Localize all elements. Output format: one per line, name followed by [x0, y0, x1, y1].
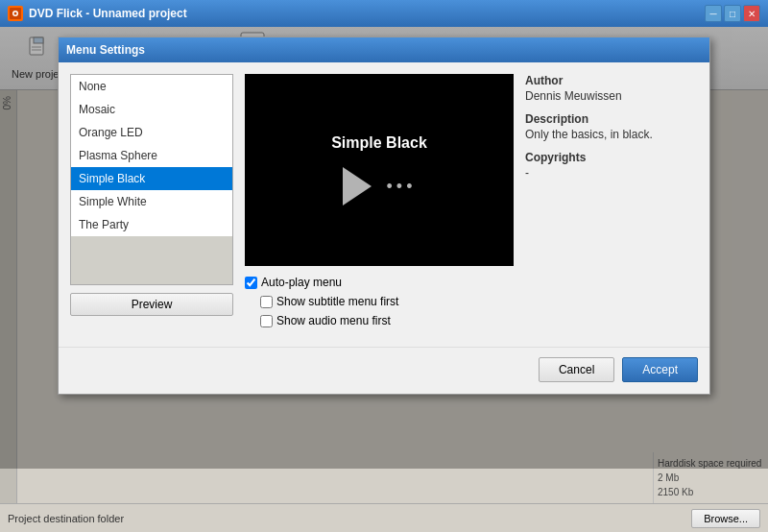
menu-item-mosaic[interactable]: Mosaic [71, 98, 232, 121]
play-icon[interactable] [343, 167, 372, 206]
preview-controls: ••• [343, 167, 417, 206]
audio-menu-label: Show audio menu first [276, 314, 391, 327]
dialog-title: Menu Settings [66, 43, 145, 57]
menu-item-none[interactable]: None [71, 75, 232, 98]
harddisk-kb: 2150 Kb [658, 485, 764, 499]
subtitle-menu-input[interactable] [260, 296, 273, 308]
menu-item-plasma-sphere[interactable]: Plasma Sphere [71, 144, 232, 167]
audio-menu-checkbox[interactable]: Show audio menu first [260, 314, 514, 327]
author-value: Dennis Meuwissen [525, 89, 698, 103]
menu-item-simple-white[interactable]: Simple White [71, 190, 232, 213]
svg-point-2 [14, 12, 17, 15]
minimize-button[interactable]: ─ [705, 5, 722, 22]
auto-play-checkbox[interactable]: Auto-play menu [245, 276, 514, 289]
menu-item-simple-black[interactable]: Simple Black [71, 167, 232, 190]
description-value: Only the basics, in black. [525, 128, 698, 141]
menu-item-the-party[interactable]: The Party [71, 213, 232, 236]
dialog-overlay: Menu Settings None Mosaic Orange LED Pla… [0, 27, 768, 469]
copyrights-value: - [525, 166, 698, 180]
menu-settings-dialog: Menu Settings None Mosaic Orange LED Pla… [58, 36, 710, 395]
auto-play-input[interactable] [245, 277, 257, 289]
cancel-button[interactable]: Cancel [539, 357, 614, 382]
audio-menu-input[interactable] [260, 315, 273, 327]
copyrights-label: Copyrights [525, 151, 698, 164]
close-button[interactable]: ✕ [743, 5, 760, 22]
accept-button[interactable]: Accept [622, 357, 698, 382]
subtitle-menu-checkbox[interactable]: Show subtitle menu first [260, 295, 514, 308]
auto-play-label: Auto-play menu [261, 276, 342, 289]
info-panel: Author Dennis Meuwissen Description Only… [525, 74, 698, 331]
author-label: Author [525, 74, 698, 87]
preview-box: Simple Black ••• [245, 74, 514, 266]
title-bar: DVD Flick - Unnamed project ─ □ ✕ [0, 0, 768, 27]
menu-list: None Mosaic Orange LED Plasma Sphere Sim… [70, 74, 233, 285]
browse-button[interactable]: Browse... [691, 509, 760, 528]
app-icon [8, 6, 23, 21]
preview-button[interactable]: Preview [70, 293, 233, 316]
title-bar-left: DVD Flick - Unnamed project [8, 6, 187, 21]
menu-item-orange-led[interactable]: Orange LED [71, 121, 232, 144]
project-destination-label: Project destination folder [8, 513, 124, 524]
dialog-titlebar: Menu Settings [59, 37, 709, 62]
preview-title: Simple Black [331, 134, 427, 152]
description-label: Description [525, 112, 698, 126]
maximize-button[interactable]: □ [724, 5, 741, 22]
preview-dots-icon: ••• [387, 177, 417, 197]
window-title: DVD Flick - Unnamed project [29, 7, 187, 20]
dialog-footer: Cancel Accept [59, 347, 709, 394]
harddisk-mb: 2 Mb [658, 471, 764, 485]
dialog-content: None Mosaic Orange LED Plasma Sphere Sim… [59, 62, 709, 343]
subtitle-menu-label: Show subtitle menu first [276, 295, 398, 308]
title-controls: ─ □ ✕ [705, 5, 760, 22]
